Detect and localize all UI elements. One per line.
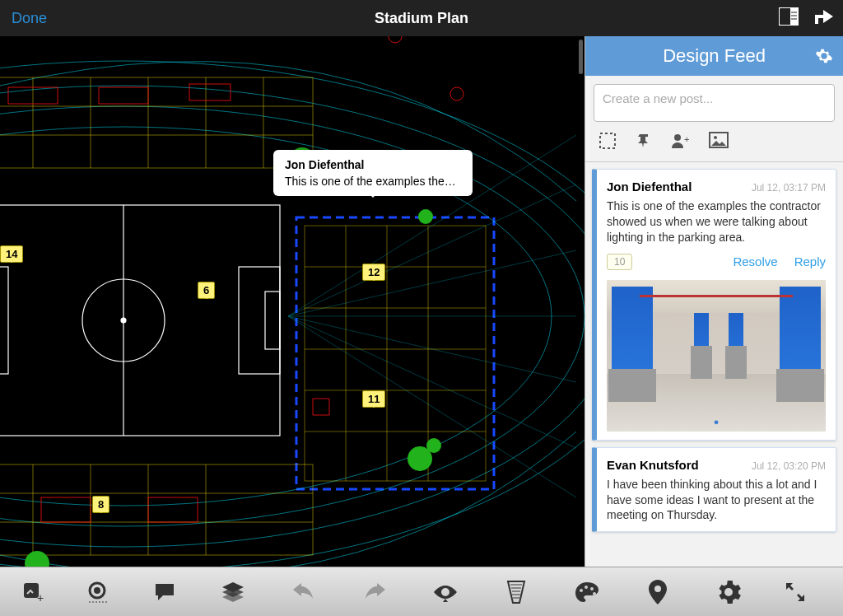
pin-marker[interactable] xyxy=(418,209,433,224)
svg-point-20 xyxy=(121,318,126,323)
svg-point-63 xyxy=(94,587,100,594)
svg-point-59 xyxy=(714,136,717,139)
post-time: Jul 12, 03:20 PM xyxy=(752,460,826,472)
resolve-button[interactable]: Resolve xyxy=(733,254,777,268)
svg-point-71 xyxy=(590,587,594,590)
callout-text: This is one of the examples the… xyxy=(285,175,461,188)
redo-icon[interactable] xyxy=(339,582,410,602)
svg-rect-24 xyxy=(0,77,313,168)
post-text: I have been thinking about this a lot an… xyxy=(607,477,826,524)
pushpin-icon[interactable] xyxy=(635,132,653,153)
svg-rect-23 xyxy=(0,267,8,374)
svg-line-15 xyxy=(288,316,576,448)
cad-drawing xyxy=(0,36,585,567)
share-icon[interactable] xyxy=(813,7,835,29)
svg-rect-50 xyxy=(189,84,231,100)
select-area-icon[interactable] xyxy=(598,132,617,153)
svg-line-16 xyxy=(288,316,576,497)
callout-author: Jon Diefenthal xyxy=(285,158,461,171)
svg-point-69 xyxy=(580,589,583,592)
new-post-input[interactable]: Create a new post... xyxy=(594,84,835,122)
svg-rect-32 xyxy=(0,464,313,555)
gear-icon[interactable] xyxy=(815,47,833,65)
comment-callout[interactable]: Jon Diefenthal This is one of the exampl… xyxy=(273,150,473,196)
svg-rect-1 xyxy=(790,7,799,26)
svg-rect-49 xyxy=(99,87,148,104)
bottom-toolbar: + xyxy=(0,567,843,616)
post-time: Jul 12, 03:17 PM xyxy=(752,182,826,194)
post-author: Evan Knutsford xyxy=(607,458,699,472)
svg-rect-51 xyxy=(41,497,91,522)
svg-point-54 xyxy=(450,87,463,100)
drawing-canvas[interactable]: 14 6 12 11 8 Jon Diefenthal This is one … xyxy=(0,36,585,567)
layers-tool-icon[interactable] xyxy=(198,581,268,604)
marker-label[interactable]: 12 xyxy=(362,264,385,281)
panel-title: Design Feed xyxy=(663,45,766,67)
panel-header: Design Feed xyxy=(585,36,843,76)
svg-point-70 xyxy=(585,586,588,589)
marker-label[interactable]: 8 xyxy=(92,496,109,513)
svg-point-56 xyxy=(674,134,681,141)
svg-rect-52 xyxy=(148,497,198,522)
top-bar: Done Stadium Plan xyxy=(0,0,843,36)
measure-tool-icon[interactable] xyxy=(66,581,132,604)
panel-toggle-icon[interactable] xyxy=(779,7,799,29)
palette-tool-icon[interactable] xyxy=(552,581,622,604)
location-tool-icon[interactable] xyxy=(622,580,693,604)
scale-tool-icon[interactable] xyxy=(481,580,552,604)
svg-text:+: + xyxy=(684,134,689,144)
image-pager[interactable]: ● xyxy=(607,417,826,427)
comment-tool-icon[interactable] xyxy=(132,581,198,603)
post-text: This is one of the examples the contract… xyxy=(607,198,826,245)
svg-rect-21 xyxy=(239,267,280,374)
add-person-icon[interactable]: + xyxy=(671,132,691,153)
scrollbar[interactable] xyxy=(579,40,583,74)
view-tool-icon[interactable] xyxy=(410,582,481,602)
feed-post[interactable]: Jon Diefenthal Jul 12, 03:17 PM This is … xyxy=(592,169,836,441)
marker-label[interactable]: 11 xyxy=(362,390,385,408)
marker-label[interactable]: 14 xyxy=(0,245,23,263)
svg-point-72 xyxy=(593,592,596,595)
page-title: Stadium Plan xyxy=(375,10,468,27)
markup-tool-icon[interactable]: + xyxy=(0,581,66,604)
done-button[interactable]: Done xyxy=(12,10,47,27)
svg-rect-22 xyxy=(265,292,280,349)
svg-point-53 xyxy=(389,36,402,43)
post-author: Jon Diefenthal xyxy=(607,180,692,194)
pin-marker[interactable] xyxy=(426,438,441,453)
svg-rect-39 xyxy=(305,226,486,481)
image-icon[interactable] xyxy=(709,132,729,153)
reply-button[interactable]: Reply xyxy=(794,254,826,268)
svg-text:+: + xyxy=(37,591,44,604)
svg-line-11 xyxy=(288,184,576,316)
settings-tool-icon[interactable] xyxy=(693,580,764,604)
feed-post[interactable]: Evan Knutsford Jul 12, 03:20 PM I have b… xyxy=(592,447,836,533)
post-badge[interactable]: 10 xyxy=(607,254,632,270)
undo-icon[interactable] xyxy=(268,582,339,602)
svg-rect-5 xyxy=(296,217,494,489)
svg-line-12 xyxy=(288,250,576,316)
svg-rect-17 xyxy=(0,205,280,436)
svg-rect-55 xyxy=(600,133,615,148)
post-image[interactable]: ● xyxy=(607,280,826,432)
design-feed-panel: Design Feed Create a new post... + Jon D… xyxy=(585,36,843,567)
marker-label[interactable]: 6 xyxy=(198,282,215,299)
fullscreen-tool-icon[interactable] xyxy=(764,581,827,604)
